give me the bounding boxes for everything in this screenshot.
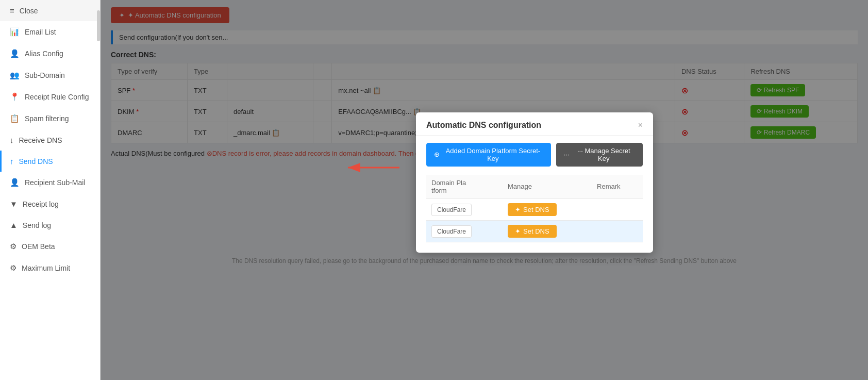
chevron-up-icon: ▲	[10, 221, 18, 229]
down-arrow-icon: ↓	[10, 136, 14, 144]
set-dns-button-2[interactable]: ✦ Set DNS	[508, 225, 557, 238]
dots-icon: ···	[564, 151, 570, 158]
sidebar-item-sub-domain[interactable]: 👥 Sub-Domain	[0, 64, 100, 86]
sidebar-item-send-dns[interactable]: ↑ Send DNS	[0, 151, 100, 172]
gear-icon: ⚙	[10, 242, 16, 251]
modal-col-remark: Remark	[592, 175, 643, 199]
modal-platform-cell: CloudFare	[426, 199, 503, 220]
star-icon: ✦	[515, 227, 521, 235]
modal-remark-cell	[592, 199, 643, 220]
modal-close-button[interactable]: ×	[638, 121, 643, 130]
modal-tabs: ⊕ Added Domain Platform Secret-Key ··· ·…	[416, 136, 653, 172]
sidebar-item-receipt-rule[interactable]: 📍 Receipt Rule Config	[0, 86, 100, 108]
up-arrow-icon: ↑	[10, 157, 14, 166]
group-icon: 👥	[10, 71, 20, 80]
user-icon: 👤	[10, 49, 20, 58]
modal-table: Domain Platform Manage Remark CloudFare …	[426, 175, 643, 242]
set-dns-button-1[interactable]: ✦ Set DNS	[508, 203, 557, 216]
chart-icon: 📊	[10, 27, 20, 37]
sidebar-item-spam-filter[interactable]: 📋 Spam filtering	[0, 108, 100, 129]
person-icon: 👤	[10, 178, 20, 187]
platform-badge: CloudFare	[431, 204, 472, 216]
plus-icon: ⊕	[434, 151, 440, 158]
tab-add-secret-key[interactable]: ⊕ Added Domain Platform Secret-Key	[426, 143, 551, 167]
scrollbar[interactable]	[97, 0, 100, 380]
modal-dialog: Automatic DNS configuration × ⊕ Added Do…	[416, 112, 653, 253]
modal-manage-cell: ✦ Set DNS	[503, 220, 592, 242]
modal-table-row: CloudFare ✦ Set DNS	[426, 199, 643, 220]
modal-manage-cell: ✦ Set DNS	[503, 199, 592, 220]
star-icon: ✦	[515, 206, 521, 213]
sidebar-item-close[interactable]: ≡ Close	[0, 0, 100, 21]
sidebar: ≡ Close 📊 Email List 👤 Alias Config 👥 Su…	[0, 0, 101, 380]
filter-icon: 📋	[10, 114, 20, 123]
tab-manage-secret-key[interactable]: ··· ··· Manage Secret Key	[556, 143, 643, 167]
modal-table-row: CloudFare ✦ Set DNS	[426, 220, 643, 242]
platform-badge: CloudFare	[431, 225, 472, 238]
sidebar-item-receive-dns[interactable]: ↓ Receive DNS	[0, 129, 100, 151]
modal-header: Automatic DNS configuration ×	[416, 112, 653, 136]
modal-content: Domain Platform Manage Remark CloudFare …	[416, 175, 653, 253]
sidebar-item-receipt-log[interactable]: ▼ Receipt log	[0, 193, 100, 214]
sidebar-item-email-list[interactable]: 📊 Email List	[0, 21, 100, 43]
menu-icon: ≡	[10, 6, 14, 15]
sidebar-item-send-log[interactable]: ▲ Send log	[0, 214, 100, 236]
settings-icon: ⚙	[10, 263, 16, 273]
modal-platform-cell: CloudFare	[426, 220, 503, 242]
modal-remark-cell	[592, 220, 643, 242]
sidebar-item-max-limit[interactable]: ⚙ Maximum Limit	[0, 257, 100, 279]
modal-col-platform: Domain Platform	[426, 175, 503, 199]
pin-icon: 📍	[10, 92, 20, 102]
chevron-down-icon: ▼	[10, 200, 18, 208]
sidebar-item-oem-beta[interactable]: ⚙ OEM Beta	[0, 236, 100, 257]
modal-col-manage: Manage	[503, 175, 592, 199]
sidebar-item-alias-config[interactable]: 👤 Alias Config	[0, 43, 100, 64]
modal-title: Automatic DNS configuration	[426, 121, 541, 130]
sidebar-item-recipient-sub[interactable]: 👤 Recipient Sub-Mail	[0, 172, 100, 193]
